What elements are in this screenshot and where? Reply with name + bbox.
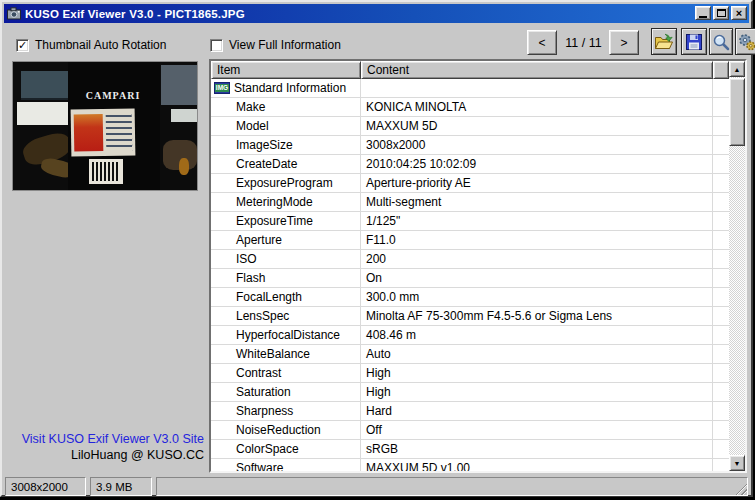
scroll-up-button[interactable]: ▲ xyxy=(729,61,745,77)
exif-item-name: Contrast xyxy=(236,364,281,382)
camera-icon xyxy=(7,7,21,20)
table-row[interactable]: NoiseReduction Off xyxy=(211,421,729,440)
maximize-button[interactable] xyxy=(713,6,729,20)
table-group-row[interactable]: IMG Standard Information xyxy=(211,79,729,98)
checkbox-box[interactable] xyxy=(210,39,223,52)
desktop: KUSO Exif Viewer V3.0 - PICT1865.JPG × ✓… xyxy=(0,0,755,500)
table-row[interactable]: Flash On xyxy=(211,269,729,288)
scrollbar-thumb[interactable] xyxy=(729,78,745,146)
table-row[interactable]: LensSpec Minolta AF 75-300mm F4.5-5.6 or… xyxy=(211,307,729,326)
table-row[interactable]: MeteringMode Multi-segment xyxy=(211,193,729,212)
view-full-information-checkbox[interactable]: View Full Information xyxy=(210,38,341,52)
exif-item-value: High xyxy=(366,385,391,399)
window-title: KUSO Exif Viewer V3.0 - PICT1865.JPG xyxy=(25,8,245,20)
table-row[interactable]: ExposureProgram Aperture-priority AE xyxy=(211,174,729,193)
scroll-down-icon: ▼ xyxy=(734,460,741,467)
app-window: KUSO Exif Viewer V3.0 - PICT1865.JPG × ✓… xyxy=(0,0,753,497)
view-image-button[interactable] xyxy=(709,28,733,55)
table-row[interactable]: Contrast High xyxy=(211,364,729,383)
exif-item-name: HyperfocalDistance xyxy=(236,326,340,344)
checkbox-label: Thumbnail Auto Rotation xyxy=(35,38,166,52)
author-credit: LiloHuang @ KUSO.CC xyxy=(6,448,204,462)
table-row[interactable]: ColorSpace sRGB xyxy=(211,440,729,459)
close-button[interactable]: × xyxy=(731,6,747,20)
check-icon: ✓ xyxy=(18,40,27,51)
exif-item-value: 3008x2000 xyxy=(366,138,425,152)
open-file-button[interactable] xyxy=(651,28,677,55)
exif-item-value: Off xyxy=(366,423,382,437)
exif-item-name: Sharpness xyxy=(236,402,293,420)
table-row[interactable]: ImageSize 3008x2000 xyxy=(211,136,729,155)
maximize-icon xyxy=(717,9,726,17)
status-bar: 3008x2000 3.9 MB xyxy=(5,477,748,496)
exif-item-value: Auto xyxy=(366,347,391,361)
visit-site-link[interactable]: Visit KUSO Exif Viewer V3.0 Site xyxy=(6,432,204,446)
table-row[interactable]: HyperfocalDistance 408.46 m xyxy=(211,326,729,345)
title-bar[interactable]: KUSO Exif Viewer V3.0 - PICT1865.JPG × xyxy=(4,4,749,23)
label-drink-picture xyxy=(74,114,104,152)
table-row[interactable]: Sharpness Hard xyxy=(211,402,729,421)
exif-item-value: High xyxy=(366,366,391,380)
magnifier-icon xyxy=(711,32,731,52)
exif-item-name: ColorSpace xyxy=(236,440,299,458)
column-header-item[interactable]: Item xyxy=(211,61,361,79)
table-row[interactable]: Software MAXXUM 5D v1.00 xyxy=(211,459,729,471)
next-image-button[interactable]: > xyxy=(609,30,639,55)
table-header: Item Content xyxy=(211,61,729,79)
exif-item-value: 200 xyxy=(366,252,386,266)
open-folder-icon xyxy=(654,32,674,52)
column-header-content[interactable]: Content xyxy=(361,61,713,79)
image-position-indicator: 11 / 11 xyxy=(559,30,608,55)
table-row[interactable]: Saturation High xyxy=(211,383,729,402)
barcode-stripes xyxy=(92,162,120,181)
photo-background-shape xyxy=(161,65,198,105)
settings-button[interactable] xyxy=(735,28,755,55)
table-row[interactable]: Model MAXXUM 5D xyxy=(211,117,729,136)
table-row[interactable]: CreateDate 2010:04:25 10:02:09 xyxy=(211,155,729,174)
group-content xyxy=(361,79,713,97)
exif-item-value: 408.46 m xyxy=(366,328,416,342)
exif-item-value: sRGB xyxy=(366,442,398,456)
table-row[interactable]: ExposureTime 1/125" xyxy=(211,212,729,231)
bottle-label xyxy=(71,108,136,156)
vertical-scrollbar[interactable]: ▲ ▼ xyxy=(729,61,745,471)
status-file-size: 3.9 MB xyxy=(90,477,152,496)
bottle-barcode xyxy=(89,159,123,184)
exif-item-name: ISO xyxy=(236,250,257,268)
exif-item-value: 300.0 mm xyxy=(366,290,419,304)
exif-item-name: LensSpec xyxy=(236,307,289,325)
exif-table: Item Content IMG Standard Information Ma… xyxy=(209,59,747,473)
save-button[interactable] xyxy=(681,28,707,55)
status-dimensions: 3008x2000 xyxy=(5,477,86,496)
exif-item-name: Aperture xyxy=(236,231,282,249)
exif-item-value: 1/125" xyxy=(366,214,400,228)
exif-item-value: KONICA MINOLTA xyxy=(366,100,466,114)
exif-item-name: Model xyxy=(236,117,269,135)
chevron-right-icon: > xyxy=(620,36,627,50)
minimize-icon xyxy=(699,16,707,18)
table-body: IMG Standard Information Make KONICA MIN… xyxy=(211,79,729,471)
exif-item-value: On xyxy=(366,271,382,285)
exif-item-name: ExposureTime xyxy=(236,212,313,230)
image-badge-icon: IMG xyxy=(214,82,230,94)
exif-item-value: Multi-segment xyxy=(366,195,441,209)
table-row[interactable]: Make KONICA MINOLTA xyxy=(211,98,729,117)
exif-item-name: Make xyxy=(236,98,265,116)
previous-image-button[interactable]: < xyxy=(527,30,557,55)
column-header-filler xyxy=(713,61,729,79)
photo-white-band xyxy=(17,102,73,125)
exif-item-name: Software xyxy=(236,459,283,471)
exif-item-name: ImageSize xyxy=(236,136,293,154)
exif-item-name: FocalLength xyxy=(236,288,302,306)
table-row[interactable]: ISO 200 xyxy=(211,250,729,269)
thumbnail-auto-rotation-checkbox[interactable]: ✓ Thumbnail Auto Rotation xyxy=(16,38,166,52)
table-row[interactable]: FocalLength 300.0 mm xyxy=(211,288,729,307)
checkbox-box[interactable]: ✓ xyxy=(16,39,29,52)
table-row[interactable]: Aperture F11.0 xyxy=(211,231,729,250)
exif-item-name: NoiseReduction xyxy=(236,421,321,439)
table-row[interactable]: WhiteBalance Auto xyxy=(211,345,729,364)
checkbox-label: View Full Information xyxy=(229,38,341,52)
exif-item-value: 2010:04:25 10:02:09 xyxy=(366,157,476,171)
scroll-down-button[interactable]: ▼ xyxy=(729,455,745,471)
minimize-button[interactable] xyxy=(695,6,711,20)
